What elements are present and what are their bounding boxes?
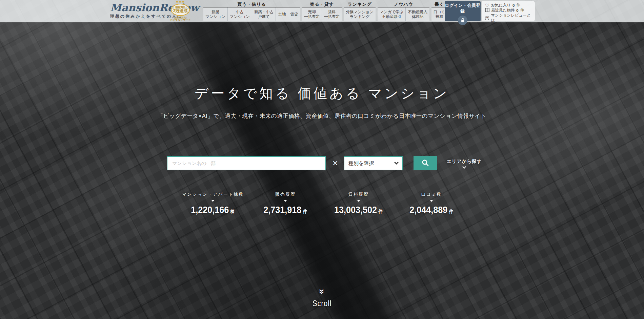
page: MansionReview 理想の住みかえをすべての人に ★★★ 顧客満足 3冠… — [0, 0, 644, 319]
recent-unit: 件 — [520, 8, 524, 13]
nav-item-line: 一括査定 — [304, 14, 320, 19]
stat-building-count: マンション・アパート棟数 1,220,166 棟 — [172, 191, 254, 215]
favorites-link[interactable]: ♡ お気に入り 0 件 — [485, 3, 532, 8]
nav-item-line: 体験記 — [412, 14, 424, 19]
main-nav: 買う・借りる 新築 マンション 中古 マンション 新築・中古 戸建て — [203, 1, 447, 21]
nav-group-label: 売る・貸す — [302, 1, 342, 7]
nav-group-knowhow: ノウハウ マンガで学ぶ 不動産取引 不動産購入 体験記 — [378, 1, 429, 21]
double-chevron-down-icon: » — [318, 289, 326, 294]
type-select-value: 種別を選択 — [348, 160, 374, 167]
stat-value: 2,731,918 — [263, 205, 301, 215]
award-badge: ★★★ 顧客満足 3冠達成 (調査委託先) ゼネラルリサーチ — [168, 0, 192, 21]
stat-label: 賃料履歴 — [318, 191, 399, 197]
lock-icon — [458, 16, 467, 25]
stat-label: 販売履歴 — [245, 191, 326, 197]
nav-item-line: 不動産購入 — [408, 9, 427, 14]
triangle-down-icon — [284, 200, 287, 202]
scroll-label: Scroll — [48, 299, 596, 308]
nav-item-land[interactable]: 土地 — [276, 7, 288, 21]
triangle-down-icon — [430, 200, 433, 202]
stat-unit: 件 — [449, 209, 454, 215]
badge-emblem: 顧客満足 3冠達成 — [171, 4, 190, 16]
search-bar: × 種別を選択 エリアから探す — [167, 156, 482, 170]
nav-item-line: 戸建て — [258, 14, 270, 19]
about-link[interactable]: ? マンションレビューとは — [485, 13, 532, 23]
stat-unit: 件 — [379, 209, 383, 215]
search-input[interactable] — [167, 156, 326, 170]
search-icon — [421, 159, 429, 168]
triangle-down-icon — [357, 200, 360, 202]
hero-dark-overlay — [0, 22, 644, 319]
badge-line2: 3冠達成 — [172, 9, 189, 13]
nav-item-sell-assess[interactable]: 売却 一括査定 — [302, 7, 322, 21]
nav-item-house[interactable]: 新築・中古 戸建て — [252, 7, 276, 21]
about-label: マンションレビューとは — [491, 13, 532, 23]
header-utility-links: ♡ お気に入り 0 件 最近見た物件 0 件 ? マンショ — [482, 1, 535, 21]
stat-label: マンション・アパート棟数 — [172, 191, 254, 197]
nav-group-buy-rent: 買う・借りる 新築 マンション 中古 マンション 新築・中古 戸建て — [203, 1, 300, 21]
nav-items: マンガで学ぶ 不動産取引 不動産購入 体験記 — [378, 7, 429, 21]
recent-label: 最近見た物件 — [491, 8, 515, 13]
favorites-label: お気に入り — [491, 3, 511, 8]
question-icon: ? — [485, 16, 489, 20]
type-select[interactable]: 種別を選択 — [344, 156, 403, 170]
stat-value: 13,003,502 — [334, 205, 377, 215]
nav-item-line: 口コミ — [434, 9, 445, 14]
badge-stars-icon: ★★★ — [168, 0, 192, 4]
nav-group-label: ノウハウ — [378, 1, 429, 7]
nav-items: 分譲マンション ランキング — [344, 7, 376, 21]
stat-value: 1,220,166 — [191, 205, 229, 215]
nav-group-ranking: ランキング 分譲マンション ランキング — [344, 1, 376, 21]
page-title: データで知る 価値ある マンション — [0, 84, 644, 103]
nav-item-rent-assess[interactable]: 賃料 一括査定 — [322, 7, 342, 21]
nav-item-line: 分譲マンション — [346, 9, 374, 14]
scroll-indicator[interactable]: » Scroll — [0, 288, 644, 308]
favorites-count: 0 — [512, 3, 515, 7]
nav-item-line: 売却 — [308, 9, 316, 14]
nav-item-line: 中古 — [236, 9, 244, 14]
stat-rent-history: 賃料履歴 13,003,502 件 — [318, 191, 399, 215]
stat-review-count: 口コミ数 2,044,889 件 — [391, 191, 472, 215]
nav-item-line: 新築・中古 — [254, 9, 274, 14]
nav-item-used-mansion[interactable]: 中古 マンション — [227, 7, 252, 21]
nav-item-line: 新築 — [212, 9, 219, 14]
nav-group-sell-lease: 売る・貸す 売却 一括査定 賃料 一括査定 — [302, 1, 342, 21]
nav-items: 売却 一括査定 賃料 一括査定 — [302, 7, 342, 21]
badge-note2: ゼネラルリサーチ — [168, 19, 192, 21]
heart-icon: ♡ — [485, 3, 489, 7]
nav-item-manga[interactable]: マンガで学ぶ 不動産取引 — [378, 7, 405, 21]
clear-icon[interactable]: × — [331, 159, 340, 168]
nav-item-line: 賃貸 — [290, 12, 298, 17]
login-register-button[interactable]: ログイン・会員登録 — [445, 1, 481, 21]
nav-item-experience[interactable]: 不動産購入 体験記 — [405, 7, 429, 21]
nav-item-line: マンション — [205, 14, 225, 19]
nav-item-mansion-ranking[interactable]: 分譲マンション ランキング — [344, 7, 376, 21]
page-subtitle: 「ビッグデータ×AI」で、過去・現在・未来の適正価格、資産価値、居住者の口コミが… — [0, 112, 644, 120]
nav-item-line: 不動産取引 — [382, 14, 402, 19]
chevron-down-icon — [462, 165, 466, 168]
nav-item-line: マンション — [230, 14, 250, 19]
stat-value: 2,044,889 — [409, 205, 447, 215]
nav-item-line: マンガで学ぶ — [380, 9, 403, 14]
stat-unit: 棟 — [230, 209, 235, 215]
nav-group-label: 買う・借りる — [203, 1, 300, 7]
stat-label: 口コミ数 — [391, 191, 472, 197]
nav-item-line: 土地 — [278, 12, 286, 17]
stat-unit: 件 — [303, 209, 307, 215]
nav-group-label: ランキング — [344, 1, 376, 7]
header: MansionReview 理想の住みかえをすべての人に ★★★ 顧客満足 3冠… — [0, 0, 644, 22]
nav-item-line: 投稿 — [436, 14, 443, 19]
history-grid-icon — [485, 8, 489, 13]
area-search-link[interactable]: エリアから探す — [447, 158, 482, 168]
stat-sales-history: 販売履歴 2,731,918 件 — [245, 191, 326, 215]
area-search-label: エリアから探す — [447, 158, 482, 165]
nav-item-line: ランキング — [350, 14, 370, 19]
nav-item-new-mansion[interactable]: 新築 マンション — [203, 7, 227, 21]
nav-item-chintai[interactable]: 賃貸 — [288, 7, 300, 21]
search-button[interactable] — [414, 156, 437, 170]
nav-items: 新築 マンション 中古 マンション 新築・中古 戸建て 土地 — [203, 7, 300, 21]
recently-viewed-link[interactable]: 最近見た物件 0 件 — [485, 8, 532, 13]
login-label: ログイン・会員登録 — [445, 3, 481, 14]
nav-item-line: 一括査定 — [324, 14, 340, 19]
favorites-unit: 件 — [516, 3, 520, 8]
